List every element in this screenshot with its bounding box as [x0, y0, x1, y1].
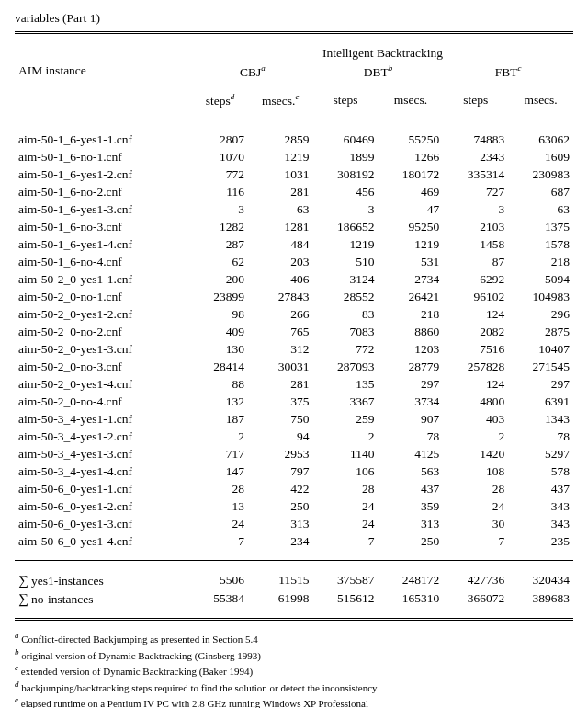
cell-dbt-steps: 1140: [313, 445, 379, 462]
cell-fbt-steps: 403: [443, 410, 508, 428]
header-cbj-msecs: msecs.e: [248, 91, 313, 110]
cell-cbj-msecs: 1031: [248, 166, 313, 183]
cell-cbj-steps: 409: [192, 323, 248, 340]
table-row: aim-50-6_0-yes1-3.cnf243132431330343: [15, 515, 573, 532]
cell-fbt-steps: 2343: [443, 148, 508, 166]
cell-cbj-steps: 147: [192, 462, 248, 480]
cell-fbt-msecs: 271545: [508, 358, 573, 375]
cell-dbt-msecs: 469: [378, 183, 443, 200]
cell-dbt-msecs: 28779: [378, 358, 443, 375]
cell-cbj-steps: 717: [192, 445, 248, 462]
cell-dbt-steps: 135: [313, 375, 379, 393]
sum-dbt-steps: 515612: [313, 589, 379, 608]
cell-cbj-msecs: 266: [248, 305, 313, 323]
footnote-a: a Conflict-directed Backjumping as prese…: [15, 630, 573, 646]
cell-cbj-msecs: 422: [248, 480, 313, 497]
cell-cbj-steps: 1070: [192, 148, 248, 166]
cell-instance: aim-50-1_6-no-4.cnf: [15, 253, 192, 270]
cell-cbj-msecs: 27843: [248, 288, 313, 305]
cell-fbt-steps: 96102: [443, 288, 508, 305]
cell-instance: aim-50-1_6-yes1-1.cnf: [15, 131, 192, 148]
cell-dbt-msecs: 359: [378, 497, 443, 515]
cell-fbt-msecs: 687: [508, 183, 573, 200]
cell-dbt-msecs: 250: [378, 532, 443, 550]
cell-fbt-msecs: 578: [508, 462, 573, 480]
cell-instance: aim-50-1_6-yes1-3.cnf: [15, 200, 192, 218]
cell-fbt-msecs: 1578: [508, 235, 573, 253]
cell-dbt-steps: 7083: [313, 323, 379, 340]
cell-instance: aim-50-2_0-no-3.cnf: [15, 358, 192, 375]
table-caption: variables (Part 1): [15, 11, 573, 26]
table-row: aim-50-1_6-no-1.cnf107012191899126623431…: [15, 148, 573, 166]
cell-dbt-steps: 2: [313, 428, 379, 445]
table-row: aim-50-1_6-yes1-3.cnf363347363: [15, 200, 573, 218]
cell-fbt-steps: 2103: [443, 218, 508, 235]
table-row: aim-50-1_6-no-2.cnf116281456469727687: [15, 183, 573, 200]
cell-instance: aim-50-2_0-no-1.cnf: [15, 288, 192, 305]
cell-cbj-steps: 200: [192, 270, 248, 288]
cell-fbt-steps: 7516: [443, 340, 508, 358]
table-row: aim-50-3_4-yes1-4.cnf147797106563108578: [15, 462, 573, 480]
cell-instance: aim-50-3_4-yes1-3.cnf: [15, 445, 192, 462]
cell-fbt-steps: 28: [443, 480, 508, 497]
sum-dbt-steps: 375587: [313, 571, 379, 589]
table-row: aim-50-2_0-yes1-2.cnf9826683218124296: [15, 305, 573, 323]
cell-cbj-steps: 2: [192, 428, 248, 445]
footnote-b: b original version of Dynamic Backtracki…: [15, 646, 573, 663]
header-fbt: FBTc: [443, 62, 573, 81]
table-row: aim-50-2_0-no-3.cnf284143003128709328779…: [15, 358, 573, 375]
table-row: aim-50-3_4-yes1-1.cnf1877502599074031343: [15, 410, 573, 428]
cell-fbt-msecs: 6391: [508, 393, 573, 410]
cell-cbj-msecs: 1219: [248, 148, 313, 166]
cell-instance: aim-50-6_0-yes1-4.cnf: [15, 532, 192, 550]
cell-cbj-msecs: 281: [248, 375, 313, 393]
cell-instance: aim-50-6_0-yes1-1.cnf: [15, 480, 192, 497]
cell-dbt-msecs: 437: [378, 480, 443, 497]
cell-instance: aim-50-2_0-yes1-3.cnf: [15, 340, 192, 358]
header-dbt-msecs: msecs.: [378, 91, 443, 110]
cell-dbt-steps: 24: [313, 515, 379, 532]
cell-cbj-steps: 1282: [192, 218, 248, 235]
cell-instance: aim-50-2_0-no-4.cnf: [15, 393, 192, 410]
cell-dbt-steps: 3124: [313, 270, 379, 288]
cell-cbj-steps: 132: [192, 393, 248, 410]
cell-dbt-msecs: 4125: [378, 445, 443, 462]
table-row: aim-50-2_0-no-2.cnf409765708388602082287…: [15, 323, 573, 340]
cell-dbt-msecs: 95250: [378, 218, 443, 235]
cell-dbt-steps: 456: [313, 183, 379, 200]
cell-cbj-msecs: 234: [248, 532, 313, 550]
cell-cbj-steps: 88: [192, 375, 248, 393]
cell-fbt-msecs: 218: [508, 253, 573, 270]
cell-cbj-msecs: 2859: [248, 131, 313, 148]
cell-instance: aim-50-6_0-yes1-2.cnf: [15, 497, 192, 515]
cell-dbt-steps: 3367: [313, 393, 379, 410]
cell-instance: aim-50-1_6-no-2.cnf: [15, 183, 192, 200]
cell-cbj-msecs: 375: [248, 393, 313, 410]
cell-dbt-msecs: 78: [378, 428, 443, 445]
cell-dbt-msecs: 297: [378, 375, 443, 393]
header-instance: AIM instance: [15, 62, 192, 81]
table-row: aim-50-6_0-yes1-4.cnf723472507235: [15, 532, 573, 550]
cell-cbj-msecs: 1281: [248, 218, 313, 235]
header-dbt-steps: steps: [313, 91, 379, 110]
table-row: aim-50-6_0-yes1-2.cnf132502435924343: [15, 497, 573, 515]
header-cbj: CBJa: [192, 62, 313, 81]
table-row: aim-50-3_4-yes1-2.cnf294278278: [15, 428, 573, 445]
cell-cbj-steps: 28: [192, 480, 248, 497]
table-row: aim-50-3_4-yes1-3.cnf7172953114041251420…: [15, 445, 573, 462]
cell-cbj-msecs: 250: [248, 497, 313, 515]
table-row: aim-50-1_6-yes1-1.cnf2807285960469552507…: [15, 131, 573, 148]
cell-instance: aim-50-2_0-yes1-4.cnf: [15, 375, 192, 393]
cell-fbt-steps: 727: [443, 183, 508, 200]
cell-dbt-msecs: 2734: [378, 270, 443, 288]
cell-cbj-msecs: 94: [248, 428, 313, 445]
cell-cbj-steps: 24: [192, 515, 248, 532]
cell-cbj-msecs: 750: [248, 410, 313, 428]
header-fbt-steps: steps: [443, 91, 508, 110]
cell-instance: aim-50-2_0-no-2.cnf: [15, 323, 192, 340]
cell-cbj-msecs: 406: [248, 270, 313, 288]
cell-cbj-msecs: 2953: [248, 445, 313, 462]
cell-fbt-steps: 124: [443, 305, 508, 323]
table-row: aim-50-1_6-no-4.cnf6220351053187218: [15, 253, 573, 270]
cell-dbt-steps: 24: [313, 497, 379, 515]
